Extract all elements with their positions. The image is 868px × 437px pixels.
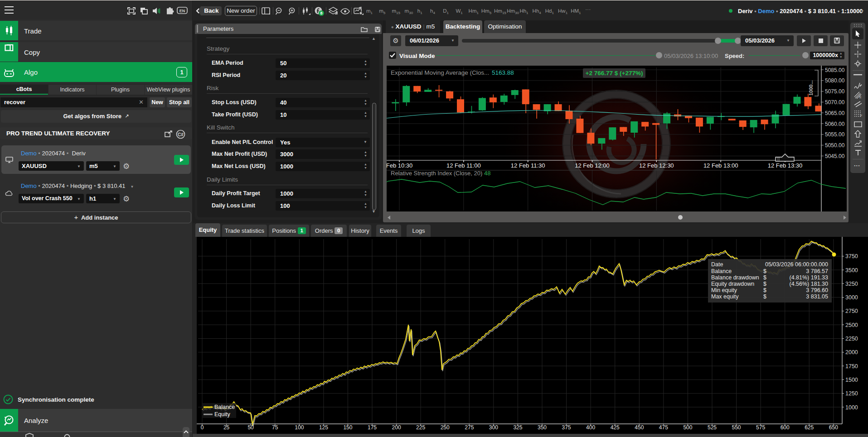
- svg-text:$: $: [763, 281, 766, 287]
- svg-text:12 Feb 11:00: 12 Feb 11:00: [446, 162, 481, 169]
- svg-text:5085.00: 5085.00: [825, 67, 845, 73]
- svg-text:Balance drawdown: Balance drawdown: [711, 274, 759, 281]
- svg-text:375: 375: [562, 424, 571, 431]
- svg-text:Relative Strength Index (Close: Relative Strength Index (Close, 20) 48: [391, 170, 490, 177]
- svg-text:100: 100: [295, 424, 304, 431]
- svg-text:12 Feb 12:00: 12 Feb 12:00: [575, 162, 610, 169]
- svg-text:Feb 10:30: Feb 10:30: [387, 162, 412, 169]
- svg-text:3750: 3750: [845, 253, 858, 259]
- svg-text:EN: EN: [179, 9, 185, 13]
- svg-text:575: 575: [756, 424, 765, 431]
- svg-text:200: 200: [392, 424, 401, 431]
- svg-text:5163.88: 5163.88: [492, 69, 514, 76]
- svg-text:5060.00: 5060.00: [825, 121, 845, 127]
- svg-text:Exponential Moving Average (Cl: Exponential Moving Average (Clos...: [391, 69, 489, 76]
- svg-text:175: 175: [368, 424, 377, 431]
- svg-text:5065.00: 5065.00: [825, 110, 845, 116]
- svg-text:E: E: [859, 96, 862, 99]
- svg-text:5050.00: 5050.00: [825, 142, 845, 149]
- svg-text:1000...: 1000...: [808, 80, 814, 96]
- svg-text:Balance: Balance: [711, 268, 732, 274]
- svg-text:550: 550: [732, 424, 741, 431]
- svg-text:1250: 1250: [845, 390, 858, 397]
- svg-text:Equity: Equity: [214, 411, 230, 418]
- svg-text:12 Feb 13:30: 12 Feb 13:30: [768, 162, 803, 169]
- svg-text:3 796.60: 3 796.60: [806, 287, 828, 293]
- svg-text:1750: 1750: [845, 363, 858, 370]
- svg-text:(4.56%) 181.30: (4.56%) 181.30: [790, 281, 829, 287]
- svg-text:C#: C#: [178, 132, 184, 137]
- svg-text:12 Feb 13:00: 12 Feb 13:00: [703, 162, 738, 169]
- svg-text:$: $: [763, 293, 766, 300]
- svg-text:350: 350: [538, 424, 547, 431]
- svg-text:475: 475: [659, 424, 668, 431]
- svg-text:Equity drawdown: Equity drawdown: [711, 281, 754, 287]
- svg-text:150: 150: [343, 424, 352, 431]
- svg-text:650: 650: [829, 424, 838, 431]
- svg-text:2250: 2250: [845, 336, 858, 342]
- svg-text:2750: 2750: [845, 308, 858, 314]
- svg-text:425: 425: [611, 424, 620, 431]
- svg-text:$: $: [763, 268, 766, 274]
- svg-text:2000: 2000: [845, 349, 858, 355]
- svg-text:Max equity: Max equity: [711, 293, 739, 300]
- svg-text:225: 225: [416, 424, 425, 431]
- svg-text:3000: 3000: [845, 294, 858, 301]
- svg-text:1000: 1000: [845, 404, 858, 411]
- svg-text:500: 500: [683, 424, 692, 431]
- svg-text:3500: 3500: [845, 267, 858, 274]
- svg-text:450: 450: [635, 424, 644, 431]
- svg-text:250: 250: [441, 424, 450, 431]
- svg-text:300: 300: [489, 424, 498, 431]
- svg-text:0: 0: [201, 424, 204, 431]
- svg-text:12 Feb 12:30: 12 Feb 12:30: [639, 162, 674, 169]
- svg-text:275: 275: [465, 424, 474, 431]
- svg-text:125: 125: [319, 424, 328, 431]
- svg-text:3250: 3250: [845, 281, 858, 287]
- svg-text:(4.81%) 191.33: (4.81%) 191.33: [790, 274, 829, 281]
- svg-text:5075.00: 5075.00: [825, 88, 845, 95]
- svg-text:525: 525: [708, 424, 717, 431]
- svg-text:5070.00: 5070.00: [825, 99, 845, 106]
- svg-text:3 786.57: 3 786.57: [806, 268, 828, 274]
- svg-text:Min equity: Min equity: [711, 287, 737, 293]
- svg-text:5045.00: 5045.00: [825, 153, 845, 159]
- svg-text:400: 400: [586, 424, 595, 431]
- svg-text:Date: Date: [711, 261, 723, 268]
- svg-text:$: $: [763, 287, 766, 293]
- svg-text:2500: 2500: [845, 322, 858, 328]
- svg-text:3 831.05: 3 831.05: [806, 293, 828, 300]
- svg-text:F: F: [860, 114, 862, 117]
- svg-text:+2 766.77 $ (+277%): +2 766.77 $ (+277%): [586, 70, 643, 77]
- svg-text:25: 25: [223, 424, 230, 431]
- svg-text:5080.00: 5080.00: [825, 77, 845, 84]
- svg-text:325: 325: [513, 424, 522, 431]
- svg-text:50: 50: [247, 424, 254, 431]
- svg-text:05/03/2026 06:00:00.000: 05/03/2026 06:00:00.000: [765, 261, 828, 268]
- svg-text:Balance: Balance: [214, 404, 235, 410]
- svg-text:$: $: [763, 274, 766, 281]
- svg-text:625: 625: [805, 424, 814, 431]
- svg-text:75: 75: [272, 424, 278, 431]
- svg-text:600: 600: [781, 424, 790, 431]
- svg-text:12 Feb 11:30: 12 Feb 11:30: [511, 162, 545, 169]
- svg-text:1500: 1500: [845, 377, 858, 383]
- svg-text:5055.00: 5055.00: [825, 131, 845, 138]
